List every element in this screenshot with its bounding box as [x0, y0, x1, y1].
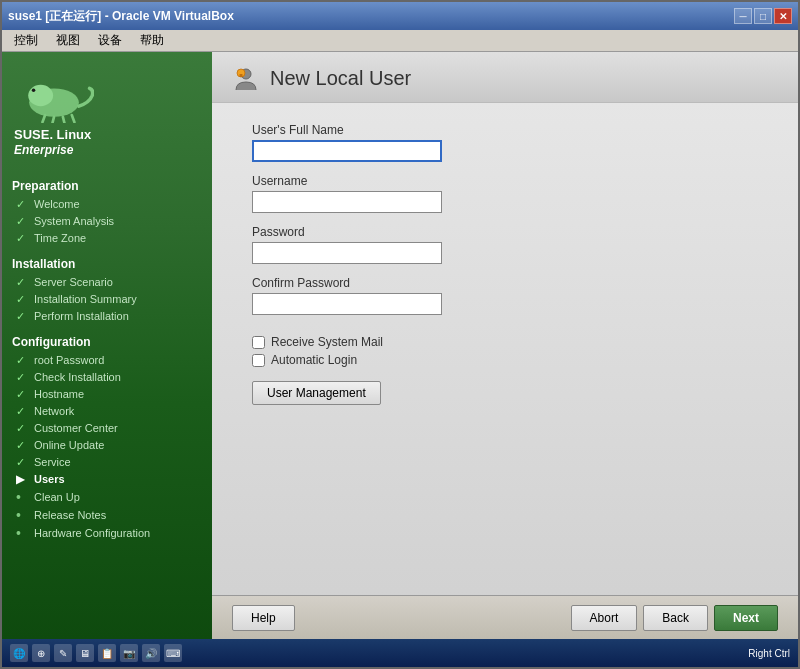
sidebar-item-root-password[interactable]: ✓ root Password [2, 352, 212, 369]
next-button[interactable]: Next [714, 605, 778, 631]
dot-icon: • [16, 490, 28, 504]
sidebar-item-customer-center[interactable]: ✓ Customer Center [2, 420, 212, 437]
sidebar-item-perform-installation[interactable]: ✓ Perform Installation [2, 308, 212, 325]
right-ctrl-label: Right Ctrl [748, 648, 790, 659]
section-configuration: Configuration [2, 329, 212, 352]
username-input[interactable] [252, 191, 442, 213]
section-preparation: Preparation [2, 173, 212, 196]
svg-point-1 [28, 85, 53, 106]
abort-button[interactable]: Abort [571, 605, 638, 631]
full-name-group: User's Full Name [252, 123, 758, 162]
section-installation: Installation [2, 251, 212, 274]
check-icon: ✓ [16, 293, 28, 306]
auto-login-item: Automatic Login [252, 353, 758, 367]
sidebar: SUSE. Linux Enterprise Preparation ✓ Wel… [2, 52, 212, 639]
check-icon: ✓ [16, 276, 28, 289]
sidebar-item-network[interactable]: ✓ Network [2, 403, 212, 420]
check-icon: ✓ [16, 232, 28, 245]
taskbar-icon-3[interactable]: ✎ [54, 644, 72, 662]
sidebar-item-release-notes[interactable]: • Release Notes [2, 506, 212, 524]
taskbar-icon-6[interactable]: 📷 [120, 644, 138, 662]
check-icon: ✓ [16, 198, 28, 211]
confirm-password-group: Confirm Password [252, 276, 758, 315]
sidebar-brand: SUSE. Linux Enterprise [14, 127, 91, 157]
receive-mail-item: Receive System Mail [252, 335, 758, 349]
svg-line-7 [72, 115, 75, 122]
taskbar-icon-5[interactable]: 📋 [98, 644, 116, 662]
sidebar-item-online-update[interactable]: ✓ Online Update [2, 437, 212, 454]
full-name-label: User's Full Name [252, 123, 758, 137]
menu-help[interactable]: 帮助 [132, 30, 172, 51]
sidebar-item-hardware-configuration[interactable]: • Hardware Configuration [2, 524, 212, 542]
receive-mail-checkbox[interactable] [252, 336, 265, 349]
taskbar-left: 🌐 ⊕ ✎ 🖥 📋 📷 🔊 ⌨ [10, 644, 182, 662]
page-title-bar: New Local User [212, 52, 798, 103]
username-label: Username [252, 174, 758, 188]
help-button[interactable]: Help [232, 605, 295, 631]
auto-login-checkbox[interactable] [252, 354, 265, 367]
sidebar-item-installation-summary[interactable]: ✓ Installation Summary [2, 291, 212, 308]
password-input[interactable] [252, 242, 442, 264]
taskbar-icon-1[interactable]: 🌐 [10, 644, 28, 662]
checkbox-group: Receive System Mail Automatic Login [252, 335, 758, 367]
password-group: Password [252, 225, 758, 264]
svg-point-3 [32, 88, 36, 92]
menu-devices[interactable]: 设备 [90, 30, 130, 51]
svg-line-4 [42, 115, 45, 122]
close-button[interactable]: ✕ [774, 8, 792, 24]
sidebar-logo: SUSE. Linux Enterprise [2, 52, 212, 169]
user-management-button[interactable]: User Management [252, 381, 381, 405]
check-icon: ✓ [16, 310, 28, 323]
bottom-right-buttons: Abort Back Next [571, 605, 778, 631]
check-icon: ✓ [16, 388, 28, 401]
main-panel: New Local User User's Full Name Username… [212, 52, 798, 639]
dot-icon: • [16, 526, 28, 540]
sidebar-item-hostname[interactable]: ✓ Hostname [2, 386, 212, 403]
back-button[interactable]: Back [643, 605, 708, 631]
sidebar-item-service[interactable]: ✓ Service [2, 454, 212, 471]
receive-mail-label: Receive System Mail [271, 335, 383, 349]
svg-line-6 [63, 117, 65, 123]
menu-view[interactable]: 视图 [48, 30, 88, 51]
minimize-button[interactable]: ─ [734, 8, 752, 24]
full-name-input[interactable] [252, 140, 442, 162]
sidebar-item-system-analysis[interactable]: ✓ System Analysis [2, 213, 212, 230]
suse-logo-image [14, 68, 94, 123]
menu-bar: 控制 视图 设备 帮助 [2, 30, 798, 52]
sidebar-item-time-zone[interactable]: ✓ Time Zone [2, 230, 212, 247]
check-icon: ✓ [16, 405, 28, 418]
dot-icon: • [16, 508, 28, 522]
auto-login-label: Automatic Login [271, 353, 357, 367]
check-icon: ✓ [16, 215, 28, 228]
sidebar-item-server-scenario[interactable]: ✓ Server Scenario [2, 274, 212, 291]
menu-control[interactable]: 控制 [6, 30, 46, 51]
taskbar-icon-7[interactable]: 🔊 [142, 644, 160, 662]
username-group: Username [252, 174, 758, 213]
password-label: Password [252, 225, 758, 239]
confirm-password-label: Confirm Password [252, 276, 758, 290]
check-icon: ✓ [16, 354, 28, 367]
taskbar-icon-8[interactable]: ⌨ [164, 644, 182, 662]
arrow-icon: ▶ [16, 473, 28, 486]
check-icon: ✓ [16, 371, 28, 384]
sidebar-item-welcome[interactable]: ✓ Welcome [2, 196, 212, 213]
check-icon: ✓ [16, 439, 28, 452]
window-title: suse1 [正在运行] - Oracle VM VirtualBox [8, 8, 234, 25]
taskbar-icon-2[interactable]: ⊕ [32, 644, 50, 662]
taskbar-icon-4[interactable]: 🖥 [76, 644, 94, 662]
bottom-bar: Help Abort Back Next [212, 595, 798, 639]
check-icon: ✓ [16, 422, 28, 435]
svg-rect-10 [240, 74, 243, 77]
check-icon: ✓ [16, 456, 28, 469]
svg-point-2 [31, 88, 40, 97]
sidebar-item-users[interactable]: ▶ Users [2, 471, 212, 488]
sidebar-item-check-installation[interactable]: ✓ Check Installation [2, 369, 212, 386]
title-bar: suse1 [正在运行] - Oracle VM VirtualBox ─ □ … [2, 2, 798, 30]
confirm-password-input[interactable] [252, 293, 442, 315]
page-title: New Local User [270, 67, 411, 90]
maximize-button[interactable]: □ [754, 8, 772, 24]
form-area: User's Full Name Username Password Confi… [212, 103, 798, 595]
sidebar-item-cleanup[interactable]: • Clean Up [2, 488, 212, 506]
taskbar-right: Right Ctrl [748, 648, 790, 659]
taskbar: 🌐 ⊕ ✎ 🖥 📋 📷 🔊 ⌨ Right Ctrl [2, 639, 798, 667]
